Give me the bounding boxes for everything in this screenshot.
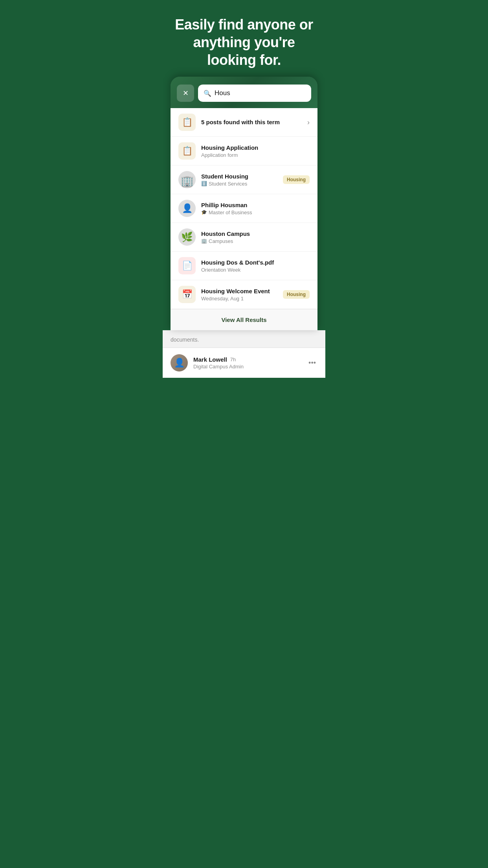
campus-icon: 🌿 <box>178 228 196 246</box>
result-content: Phillip Housman 🎓 Master of Business <box>201 202 310 215</box>
search-input[interactable] <box>215 89 306 97</box>
list-item[interactable]: 📄 Housing Dos & Dont's.pdf Orientation W… <box>171 252 317 280</box>
form-icon: 📋 <box>178 142 196 160</box>
search-icon: 🔍 <box>204 90 211 97</box>
info-icon: ℹ️ <box>201 181 207 186</box>
result-subtitle: Wednesday, Aug 1 <box>201 296 277 302</box>
posts-summary-label: 5 posts found with this term <box>201 119 280 125</box>
result-subtitle: 🏢 Campuses <box>201 238 310 244</box>
posts-summary-content: 5 posts found with this term <box>201 119 302 126</box>
stub-text: documents. <box>163 337 325 348</box>
results-card: 📋 5 posts found with this term › 📋 Housi… <box>171 108 317 330</box>
more-button[interactable]: ••• <box>307 357 317 369</box>
hero-section: Easily find anyone or anything you're lo… <box>163 0 325 77</box>
person-icon: 👤 <box>178 200 196 217</box>
result-title: Housing Welcome Event <box>201 288 277 294</box>
user-role: Digital Campus Admin <box>193 364 301 370</box>
user-name-row: Mark Lowell 7h <box>193 356 301 363</box>
result-title: Phillip Housman <box>201 202 310 208</box>
housing-badge: Housing <box>283 175 310 184</box>
close-button[interactable]: ✕ <box>177 85 194 102</box>
hero-title: Easily find anyone or anything you're lo… <box>174 16 314 69</box>
graduation-icon: 🎓 <box>201 210 207 215</box>
result-title: Housing Dos & Dont's.pdf <box>201 259 310 266</box>
building-icon: 🏢 <box>201 238 207 244</box>
result-content: Houston Campus 🏢 Campuses <box>201 230 310 244</box>
user-photo: 👤 <box>171 354 188 371</box>
result-content: Student Housing ℹ️ Student Services <box>201 173 277 187</box>
search-card: ✕ 🔍 📋 5 posts found with this term › <box>171 77 317 330</box>
user-name: Mark Lowell <box>193 356 227 363</box>
chevron-right-icon: › <box>307 118 310 127</box>
pdf-icon: 📄 <box>178 257 196 274</box>
result-content: Housing Dos & Dont's.pdf Orientation Wee… <box>201 259 310 273</box>
list-item[interactable]: 🌿 Houston Campus 🏢 Campuses <box>171 223 317 252</box>
student-housing-icon: 🏢 <box>178 171 196 188</box>
result-title: Houston Campus <box>201 230 310 237</box>
result-subtitle: Orientation Week <box>201 267 310 273</box>
user-time: 7h <box>230 357 236 362</box>
posts-summary-row[interactable]: 📋 5 posts found with this term › <box>171 108 317 137</box>
search-bar-area: ✕ 🔍 <box>171 77 317 108</box>
results-list: 📋 5 posts found with this term › 📋 Housi… <box>171 108 317 309</box>
view-all-button[interactable]: View All Results <box>171 309 317 330</box>
user-row: 👤 Mark Lowell 7h Digital Campus Admin ••… <box>163 348 325 378</box>
avatar: 👤 <box>171 354 188 371</box>
bottom-section: documents. 👤 Mark Lowell 7h Digital Camp… <box>163 330 325 378</box>
search-input-wrapper: 🔍 <box>198 85 311 102</box>
result-content: Housing Application Application form <box>201 144 310 158</box>
posts-icon: 📋 <box>178 114 196 131</box>
housing-badge-2: Housing <box>283 290 310 299</box>
list-item[interactable]: 👤 Phillip Housman 🎓 Master of Business <box>171 194 317 223</box>
result-title: Housing Application <box>201 144 310 151</box>
more-icon: ••• <box>308 359 316 367</box>
close-icon: ✕ <box>183 89 189 97</box>
posts-icon-symbol: 📋 <box>182 117 193 127</box>
list-item[interactable]: 📅 Housing Welcome Event Wednesday, Aug 1… <box>171 280 317 309</box>
list-item[interactable]: 🏢 Student Housing ℹ️ Student Services Ho… <box>171 166 317 194</box>
result-content: Housing Welcome Event Wednesday, Aug 1 <box>201 288 277 302</box>
list-item[interactable]: 📋 Housing Application Application form <box>171 137 317 166</box>
result-subtitle: 🎓 Master of Business <box>201 210 310 215</box>
phone-mockup: ✕ 🔍 📋 5 posts found with this term › <box>163 77 325 330</box>
user-info: Mark Lowell 7h Digital Campus Admin <box>193 356 301 370</box>
result-subtitle: ℹ️ Student Services <box>201 181 277 187</box>
result-title: Student Housing <box>201 173 277 180</box>
event-icon: 📅 <box>178 286 196 303</box>
result-subtitle: Application form <box>201 152 310 158</box>
